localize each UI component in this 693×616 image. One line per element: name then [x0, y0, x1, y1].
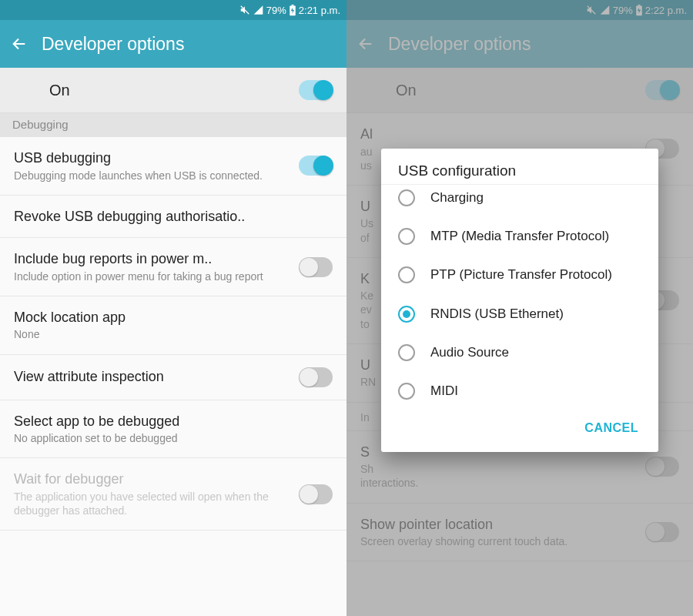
radio-icon [398, 306, 415, 323]
dialog-title: USB configuration [381, 162, 658, 184]
radio-icon [398, 228, 415, 245]
row-revoke-usb-auth[interactable]: Revoke USB debugging authorisatio.. [0, 196, 346, 239]
radio-label: RNDIS (USB Ethernet) [430, 306, 564, 323]
radio-label: Audio Source [430, 344, 509, 361]
battery-text: 79% [266, 5, 286, 16]
clock-text: 2:21 p.m. [299, 5, 340, 16]
radio-icon [398, 189, 415, 206]
back-icon[interactable] [11, 35, 28, 52]
row-select-debug-app[interactable]: Select app to be debugged No application… [0, 400, 346, 459]
row-subtitle: None [14, 327, 333, 341]
page-title: Developer options [42, 34, 184, 55]
toggle-attr-inspection[interactable] [299, 367, 333, 387]
radio-option-mtp[interactable]: MTP (Media Transfer Protocol) [381, 217, 658, 256]
row-title: Mock location app [14, 309, 333, 326]
row-title: Include bug reports in power m.. [14, 250, 290, 268]
dialog-actions: CANCEL [381, 410, 658, 446]
row-title: USB debugging [14, 149, 290, 167]
master-toggle[interactable] [299, 80, 333, 100]
toggle-bug-reports[interactable] [299, 257, 333, 277]
radio-label: PTP (Picture Transfer Protocol) [430, 266, 612, 283]
row-mock-location-app[interactable]: Mock location app None [0, 296, 346, 355]
master-toggle-row[interactable]: On [0, 68, 346, 113]
mute-icon [239, 5, 250, 15]
row-title: View attribute inspection [14, 368, 290, 386]
radio-icon [398, 344, 415, 361]
modal-overlay[interactable]: USB configuration Charging MTP (Media Tr… [346, 0, 693, 616]
toggle-wait-debugger [299, 484, 333, 504]
row-title: Select app to be debugged [14, 413, 333, 430]
row-view-attribute-inspection[interactable]: View attribute inspection [0, 355, 346, 400]
status-bar: 79% 2:21 p.m. [0, 0, 346, 20]
usb-configuration-dialog: USB configuration Charging MTP (Media Tr… [381, 149, 658, 452]
radio-icon [398, 383, 415, 400]
row-usb-debugging[interactable]: USB debugging Debugging mode launches wh… [0, 137, 346, 196]
radio-icon [398, 266, 415, 283]
radio-label: MTP (Media Transfer Protocol) [430, 228, 609, 245]
row-subtitle: Include option in power menu for taking … [14, 270, 290, 283]
svg-rect-2 [291, 5, 293, 6]
radio-label: MIDI [430, 383, 458, 400]
master-toggle-label: On [49, 82, 70, 99]
screen-left: 79% 2:21 p.m. Developer options On Debug… [0, 0, 346, 616]
radio-option-rndis[interactable]: RNDIS (USB Ethernet) [381, 295, 658, 333]
radio-option-ptp[interactable]: PTP (Picture Transfer Protocol) [381, 256, 658, 294]
signal-icon [253, 5, 264, 15]
app-bar: Developer options [0, 20, 346, 68]
battery-charging-icon [289, 5, 296, 16]
section-header-debugging: Debugging [0, 113, 346, 137]
radio-option-charging[interactable]: Charging [381, 185, 658, 217]
row-title: Wait for debugger [14, 470, 290, 488]
cancel-button[interactable]: CANCEL [575, 415, 648, 441]
row-subtitle: No application set to be debugged [14, 431, 333, 445]
screen-right: 79% 2:22 p.m. Developer options On Al au… [346, 0, 693, 616]
settings-list: USB debugging Debugging mode launches wh… [0, 137, 346, 616]
radio-option-audio-source[interactable]: Audio Source [381, 333, 658, 372]
row-title: Revoke USB debugging authorisatio.. [14, 208, 333, 226]
toggle-usb-debugging[interactable] [299, 156, 333, 176]
row-subtitle: The application you have selected will o… [14, 490, 290, 517]
radio-option-midi[interactable]: MIDI [381, 372, 658, 410]
radio-label: Charging [430, 189, 484, 206]
row-wait-for-debugger: Wait for debugger The application you ha… [0, 458, 346, 531]
row-subtitle: Debugging mode launches when USB is conn… [14, 169, 290, 182]
row-bug-reports-power-menu[interactable]: Include bug reports in power m.. Include… [0, 238, 346, 296]
